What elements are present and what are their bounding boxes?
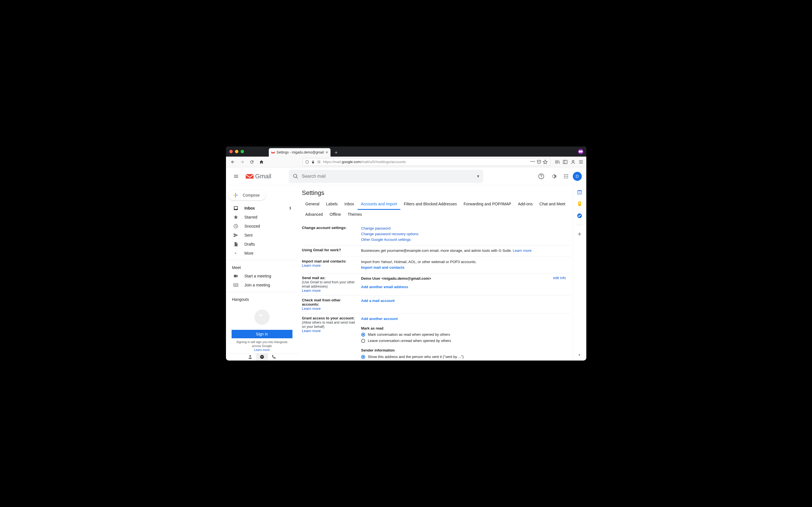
hangouts-learn-more-link[interactable]: Learn more [254,348,270,351]
pocket-icon[interactable] [536,159,542,165]
change-password-link[interactable]: Change password [361,226,391,230]
private-browsing-icon [578,149,584,154]
tab-advanced[interactable]: Advanced [302,210,326,219]
maximize-window-icon[interactable] [240,150,244,153]
send-icon [233,233,239,238]
file-icon [233,242,239,247]
edit-info-link[interactable]: edit info [553,276,566,280]
main-menu-button[interactable] [230,171,242,182]
phone-icon[interactable] [268,353,280,360]
tab-chat-meet[interactable]: Chat and Meet [536,200,569,210]
contacts-icon[interactable] [244,353,256,360]
hangouts-tab-icon[interactable]: 99 [256,353,268,360]
change-recovery-link[interactable]: Change password recovery options [361,232,419,236]
tab-strip: Settings - migadu.demo@gmail ✕ + [269,147,340,157]
svg-point-11 [565,177,566,178]
checkmail-learn-more-link[interactable]: Learn more [302,306,321,311]
titlebar: Settings - migadu.demo@gmail ✕ + [226,147,586,157]
row-import: Import mail and contacts:Learn more Impo… [302,257,571,274]
app-menu-icon[interactable] [579,159,584,165]
search-box[interactable]: ▾ [289,170,483,183]
other-settings-link[interactable]: Other Google Account settings [361,237,411,242]
close-window-icon[interactable] [229,150,233,153]
sidebar-item-starred[interactable]: Starred [226,213,298,222]
hangouts-panel: Sign in Signing in will sign you into Ha… [226,303,298,353]
gmail-logo[interactable]: Gmail [245,173,271,180]
svg-point-8 [565,176,566,177]
tab-offline[interactable]: Offline [326,210,344,219]
page-actions-icon[interactable]: ••• [531,159,535,165]
collapse-panel-icon[interactable] [577,353,582,357]
main: Compose Inbox1 Starred Snoozed Sent Draf… [226,185,586,360]
clock-icon [233,224,239,229]
compose-label: Compose [243,193,260,198]
close-tab-icon[interactable]: ✕ [325,151,328,154]
bookmark-star-icon[interactable] [543,159,548,165]
minimize-window-icon[interactable] [235,150,238,153]
forward-button[interactable] [238,158,246,166]
new-tab-button[interactable]: + [332,149,340,157]
add-another-account-link[interactable]: Add another account [361,317,398,321]
gmail-header: Gmail ▾ D [226,167,586,185]
tab-filters[interactable]: Filters and Blocked Addresses [400,200,460,210]
keep-icon[interactable] [577,201,582,207]
sidebar-item-start-meeting[interactable]: Start a meeting [226,272,298,281]
add-email-link[interactable]: Add another email address [361,285,408,289]
settings-button[interactable] [548,171,559,182]
svg-point-2 [572,160,574,162]
tab-inbox[interactable]: Inbox [341,200,358,210]
svg-point-9 [567,176,568,177]
sidebar-icon[interactable] [563,159,568,165]
support-button[interactable] [536,171,547,182]
bottom-icons: 99 [226,353,298,360]
mark-read-option[interactable]: Mark conversation as read when opened by… [361,332,571,337]
page-title: Settings [300,189,571,196]
inbox-icon [233,206,239,211]
sidebar-item-sent[interactable]: Sent [226,231,298,240]
row-change-account: Change account settings: Change password… [302,223,571,245]
account-avatar[interactable]: D [573,172,582,181]
sendas-learn-more-link[interactable]: Learn more [302,288,321,293]
tab-general[interactable]: General [302,200,323,210]
calendar-icon[interactable]: 31 [577,189,582,195]
gsuite-learn-more-link[interactable]: Learn more [513,248,531,252]
search-input[interactable] [302,174,474,179]
addons-plus-icon[interactable] [577,231,582,237]
apps-button[interactable] [560,171,572,182]
tab-addons[interactable]: Add-ons [515,200,536,210]
home-button[interactable] [258,158,265,166]
grant-learn-more-link[interactable]: Learn more [302,329,321,333]
search-options-icon[interactable]: ▾ [477,173,479,179]
svg-point-21 [579,203,580,204]
address-field[interactable]: https://mail.google.com/mail/u/0/#settin… [303,158,550,166]
add-mail-account-link[interactable]: Add a mail account [361,298,395,303]
signin-button[interactable]: Sign in [232,330,292,338]
import-mail-link[interactable]: Import mail and contacts [361,265,404,270]
tab-labels[interactable]: Labels [323,200,341,210]
sidebar-item-join-meeting[interactable]: Join a meeting [226,281,298,290]
sender-show-option[interactable]: Show this address and the person who sen… [361,354,571,360]
browser-tab[interactable]: Settings - migadu.demo@gmail ✕ [269,148,331,157]
svg-point-12 [567,177,568,178]
profile-icon[interactable] [571,159,576,165]
gmail-logo-icon [245,173,254,180]
import-learn-more-link[interactable]: Learn more [302,263,321,268]
sidebar-item-snoozed[interactable]: Snoozed [226,222,298,231]
sidebar-item-inbox[interactable]: Inbox1 [226,204,298,213]
tab-themes[interactable]: Themes [344,210,366,219]
shield-icon [305,160,309,164]
reload-button[interactable] [248,158,256,166]
hangouts-icon [255,309,270,325]
tab-accounts-import[interactable]: Accounts and Import [358,200,400,210]
product-name: Gmail [255,173,271,180]
tab-forwarding[interactable]: Forwarding and POP/IMAP [461,200,515,210]
tasks-icon[interactable] [577,213,582,219]
star-icon [233,215,239,220]
sidebar-item-drafts[interactable]: Drafts [226,240,298,249]
hangouts-section-label: Hangouts [226,294,298,303]
compose-button[interactable]: Compose [228,190,266,200]
back-button[interactable] [229,158,237,166]
sidebar-item-more[interactable]: More [226,249,298,258]
leave-unread-option[interactable]: Leave conversation unread when opened by… [361,338,571,344]
library-icon[interactable] [555,159,560,165]
